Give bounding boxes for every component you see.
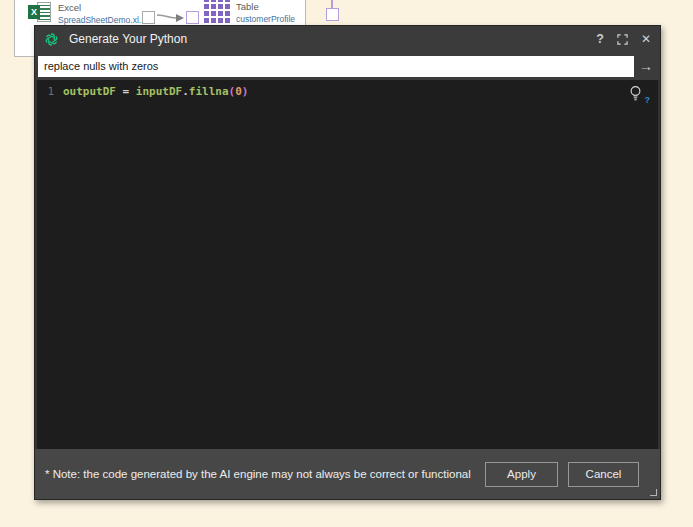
line-number: 1: [37, 85, 63, 99]
excel-node-title: Excel: [58, 3, 146, 13]
cancel-button[interactable]: Cancel: [568, 462, 639, 487]
dialog-titlebar[interactable]: Generate Your Python ? ✕: [35, 26, 660, 52]
openai-logo-icon: [44, 32, 59, 47]
code-line: 1 outputDF = inputDF.fillna(0): [37, 80, 658, 99]
close-icon[interactable]: ✕: [641, 33, 651, 45]
excel-icon: X: [28, 2, 52, 23]
prompt-row: →: [35, 52, 660, 80]
table-node[interactable]: Table customerProfile: [204, 0, 295, 24]
resize-grip[interactable]: [650, 489, 657, 496]
dialog-footer: * Note: the code generated by the AI eng…: [35, 449, 660, 499]
hint-question-mark: ?: [645, 95, 651, 105]
table-node-title: Table: [236, 2, 295, 12]
submit-prompt-button[interactable]: →: [634, 55, 658, 77]
input-port[interactable]: [186, 11, 199, 24]
code-text: outputDF = inputDF.fillna(0): [63, 85, 248, 99]
dialog-title: Generate Your Python: [69, 32, 596, 46]
help-icon[interactable]: ?: [596, 33, 604, 45]
right-port[interactable]: [326, 8, 339, 21]
generate-python-dialog: Generate Your Python ? ✕ → 1 outputDF = …: [34, 25, 661, 500]
maximize-icon[interactable]: [617, 34, 628, 45]
code-editor[interactable]: 1 outputDF = inputDF.fillna(0) ?: [35, 80, 660, 449]
excel-node[interactable]: X Excel SpreadSheetDemo.xl...: [28, 2, 146, 25]
table-node-subtitle[interactable]: customerProfile: [236, 14, 295, 24]
apply-button[interactable]: Apply: [485, 462, 558, 487]
output-port[interactable]: [142, 11, 155, 24]
footer-note: * Note: the code generated by the AI eng…: [45, 468, 475, 480]
excel-node-subtitle[interactable]: SpreadSheetDemo.xl...: [58, 15, 146, 25]
lightbulb-hint-icon[interactable]: ?: [629, 85, 646, 104]
prompt-input[interactable]: [38, 56, 634, 77]
table-grid-icon: [204, 0, 230, 23]
